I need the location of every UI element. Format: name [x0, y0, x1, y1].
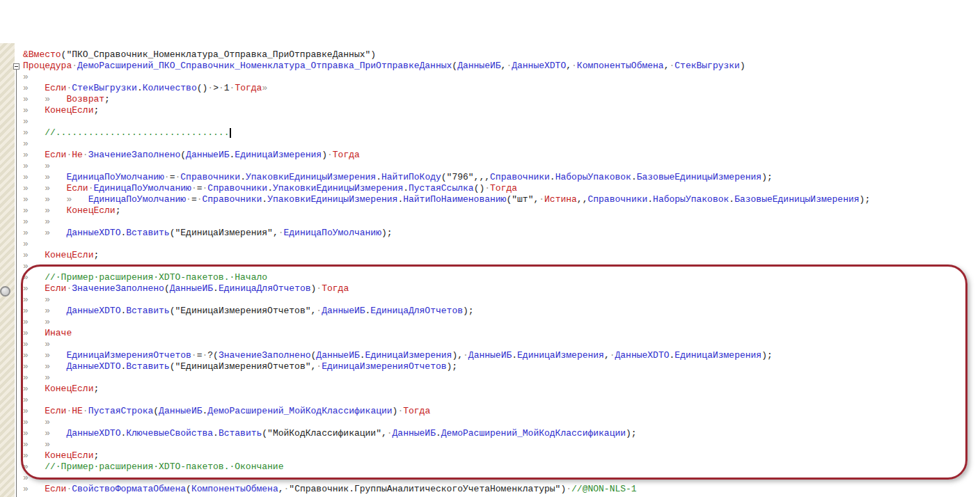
code-token: » — [23, 83, 45, 93]
code-token: УпаковкиЕдиницыИзмерения — [246, 172, 376, 182]
code-line: » » ДанныеXDTO.Вставить("ЕдиницаИзмерени… — [23, 361, 870, 372]
code-token: ЕдиницаИзмеренияОтчетов — [322, 361, 446, 372]
code-line: » » — [23, 294, 870, 306]
code-token: Тогда — [403, 406, 430, 416]
code-token: ЕдиницаПоУмолчанию — [93, 183, 191, 194]
code-token: ДанныеИБ — [393, 428, 436, 439]
code-token: КомпонентыОбмена — [191, 484, 278, 494]
code-token: //·Пример·расширения·XDTO-пакетов.·Оконч… — [45, 462, 283, 472]
code-line: » » — [23, 161, 870, 172]
code-token: · — [72, 61, 77, 71]
code-line: » » » ЕдиницаПоУмолчанию·=·Справочники.У… — [23, 194, 870, 205]
code-token: . — [550, 172, 555, 182]
code-token: · — [164, 172, 170, 182]
code-token: · — [316, 361, 322, 372]
code-token: ); — [860, 194, 871, 205]
code-token: Тогда — [235, 83, 262, 93]
code-token: » — [23, 406, 45, 416]
code-token: Справочники — [207, 183, 267, 194]
code-token: ПустаяСсылка — [409, 183, 474, 194]
code-token: · — [539, 194, 544, 205]
code-token: Справочники — [587, 194, 647, 205]
code-token: · — [191, 350, 197, 361]
code-token: ); — [626, 428, 637, 439]
code-token: СвойствоФорматаОбмена — [72, 484, 186, 494]
code-token: , — [566, 61, 571, 71]
code-token: Если — [45, 83, 66, 93]
code-token: ) — [740, 61, 745, 71]
code-token: . — [512, 350, 517, 361]
code-token: » — [23, 239, 29, 249]
code-token: () — [197, 83, 208, 93]
code-token: НайтиПоКоду — [381, 172, 441, 182]
code-token: Истина — [544, 194, 577, 205]
code-token: » » — [23, 350, 66, 361]
code-area[interactable]: &Вместо("ПКО_Справочник_Номенклатура_Отп… — [23, 49, 870, 495]
code-token: ("ЕдиницаИзмерения", — [170, 228, 278, 238]
code-token: НЕ — [72, 406, 83, 416]
code-token: Процедура — [23, 61, 72, 71]
code-token: ДанныеИБ — [159, 406, 202, 416]
code-line: » Если·Не·ЗначениеЗаполнено(ДанныеИБ.Еди… — [23, 150, 870, 161]
code-token: » — [23, 127, 45, 138]
code-token: » — [23, 328, 45, 338]
code-token: Тогда — [490, 183, 517, 194]
code-token: ( — [164, 283, 170, 294]
breakpoint-gutter[interactable] — [0, 43, 15, 497]
code-token: ДанныеXDTO — [66, 361, 120, 372]
code-token: » — [23, 384, 45, 394]
code-token: » — [23, 105, 45, 116]
code-token: · — [207, 83, 213, 93]
code-token: . — [360, 350, 365, 361]
code-token: » » — [23, 361, 66, 372]
code-token: ; — [104, 94, 110, 104]
code-token: КомпонентыОбмена — [577, 61, 664, 71]
code-token: > — [213, 83, 219, 93]
code-token: · — [484, 183, 490, 194]
code-line: » КонецЕсли; — [23, 105, 870, 116]
code-token: » — [23, 250, 45, 260]
code-token: Вставить — [219, 428, 262, 439]
code-token: &Вместо — [23, 49, 61, 60]
code-token: » — [23, 395, 29, 405]
code-token: Справочники — [490, 172, 550, 182]
code-token: » — [23, 116, 29, 127]
code-token: Тогда — [322, 283, 349, 294]
collapse-toggle-icon[interactable] — [13, 63, 19, 70]
code-line: » //·Пример·расширения·XDTO-пакетов.·Око… — [23, 462, 870, 473]
code-token: ); — [761, 172, 773, 182]
code-token: КонецЕсли — [45, 384, 93, 394]
code-token: ?( — [207, 350, 219, 361]
code-token: ЕдиницаПоУмолчанию — [284, 228, 381, 238]
code-token: » » — [23, 94, 66, 104]
code-token: · — [278, 228, 284, 238]
code-token: ; — [93, 250, 99, 260]
code-token: . — [137, 83, 143, 93]
code-token: ЕдиницаПоУмолчанию — [88, 194, 186, 205]
code-line: » — [23, 473, 870, 484]
code-line: &Вместо("ПКО_Справочник_Номенклатура_Отп… — [23, 49, 870, 61]
code-token: Справочники — [180, 172, 240, 182]
code-token: » » — [23, 417, 50, 427]
text-cursor — [230, 128, 231, 138]
code-token: » » — [23, 439, 50, 450]
code-token: ЕдиницаИзмерения — [365, 350, 452, 361]
code-token: ДемоРасширений_МойКодКлассификации — [441, 428, 626, 439]
code-token: СтекВыгрузки — [674, 61, 740, 71]
code-token: . — [240, 172, 246, 182]
code-line: » » — [23, 439, 870, 450]
code-token: » » — [23, 228, 66, 238]
code-token: "Справочник.ГруппыАналитическогоУчетаНом… — [289, 484, 566, 494]
code-token: 1 — [224, 83, 230, 93]
code-token: , — [278, 484, 284, 494]
code-token: » — [23, 473, 29, 483]
code-token: ДанныеXDTO — [66, 228, 120, 238]
code-line: » » Возврат; — [23, 94, 870, 105]
code-token: . — [262, 194, 267, 205]
code-token: ,, — [577, 194, 588, 205]
code-token: ("796",,, — [441, 172, 490, 182]
code-token: ЕдиницаДляОтчетов — [219, 283, 311, 294]
code-line: » Если·ЗначениеЗаполнено(ДанныеИБ.Единиц… — [23, 283, 870, 294]
code-token: » — [23, 283, 45, 294]
code-token: Вставить — [126, 361, 169, 372]
